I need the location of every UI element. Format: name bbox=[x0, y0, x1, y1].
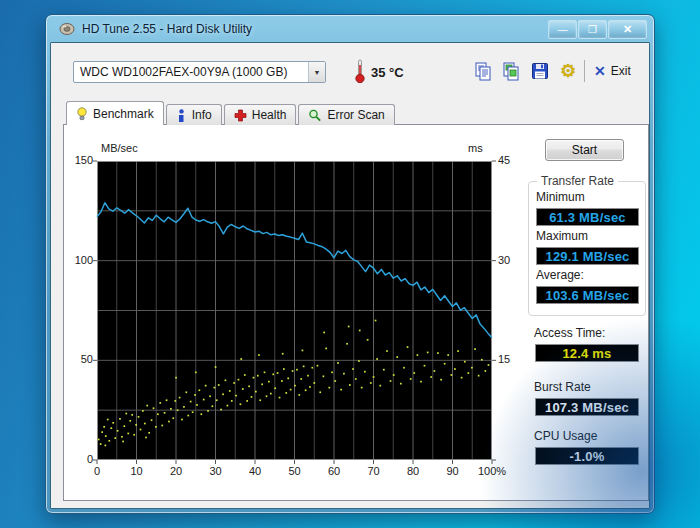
x-tick-label: 40 bbox=[249, 465, 261, 477]
average-label: Average: bbox=[536, 268, 584, 282]
benchmark-plot-svg bbox=[97, 161, 492, 460]
x-tick-label: 80 bbox=[407, 465, 419, 477]
copy-image-button[interactable] bbox=[499, 59, 523, 83]
minimum-label: Minimum bbox=[536, 190, 585, 204]
x-tick-label: 20 bbox=[170, 465, 182, 477]
x-tick-label: 60 bbox=[328, 465, 340, 477]
tab-health[interactable]: Health bbox=[224, 104, 297, 125]
window-controls: — ❐ ✕ bbox=[548, 19, 647, 39]
info-icon bbox=[176, 109, 187, 122]
drive-select-value: WDC WD1002FAEX-00Y9A (1000 GB) bbox=[74, 65, 308, 79]
burst-rate-label: Burst Rate bbox=[534, 380, 591, 394]
health-cross-icon bbox=[234, 109, 247, 122]
access-time-value: 12.4 ms bbox=[535, 344, 639, 362]
cpu-usage-value: -1.0% bbox=[535, 447, 639, 465]
exit-x-icon: ✕ bbox=[594, 63, 606, 79]
y-left-tick-label: 150 bbox=[65, 154, 93, 166]
tab-error-scan-label: Error Scan bbox=[327, 108, 384, 122]
y-right-tick-label: 45 bbox=[498, 154, 510, 166]
copy-image-icon bbox=[501, 61, 521, 81]
close-button[interactable]: ✕ bbox=[608, 20, 647, 39]
right-axis-unit-label: ms bbox=[468, 142, 483, 154]
exit-label: Exit bbox=[611, 64, 631, 78]
maximum-label: Maximum bbox=[536, 229, 588, 243]
toolbar-separator bbox=[584, 60, 585, 82]
thermometer-icon bbox=[354, 58, 366, 84]
x-tick-label: 10 bbox=[130, 465, 142, 477]
tab-benchmark-label: Benchmark bbox=[93, 107, 154, 121]
chevron-down-icon[interactable]: ▼ bbox=[308, 62, 325, 82]
temperature-value: 35 °C bbox=[371, 65, 404, 80]
benchmark-plot bbox=[97, 161, 492, 460]
magnifier-icon bbox=[308, 109, 322, 122]
start-button[interactable]: Start bbox=[545, 139, 624, 161]
save-icon bbox=[530, 61, 550, 81]
minimum-value: 61.3 MB/sec bbox=[536, 208, 639, 226]
access-time-label: Access Time: bbox=[534, 326, 605, 340]
left-axis-unit-label: MB/sec bbox=[101, 142, 138, 154]
burst-rate-value: 107.3 MB/sec bbox=[535, 398, 639, 416]
options-button[interactable]: ⚙ bbox=[556, 59, 580, 83]
transfer-rate-title: Transfer Rate bbox=[537, 174, 618, 188]
window-title: HD Tune 2.55 - Hard Disk Utility bbox=[82, 22, 252, 36]
tab-benchmark[interactable]: Benchmark bbox=[66, 101, 164, 125]
y-left-tick-label: 100 bbox=[65, 254, 93, 266]
copy-text-icon bbox=[473, 61, 493, 81]
benchmark-panel: MB/sec ms 150100500 453015 0102030405060… bbox=[63, 124, 649, 501]
y-right-tick-label: 30 bbox=[498, 254, 510, 266]
x-tick-label: 70 bbox=[367, 465, 379, 477]
bulb-icon bbox=[76, 107, 88, 121]
app-window: HD Tune 2.55 - Hard Disk Utility — ❐ ✕ W… bbox=[45, 14, 655, 514]
title-bar[interactable]: HD Tune 2.55 - Hard Disk Utility — ❐ ✕ bbox=[46, 15, 654, 43]
tab-health-label: Health bbox=[252, 108, 287, 122]
tab-strip: Benchmark Info Health bbox=[66, 101, 397, 125]
maximize-button[interactable]: ❐ bbox=[578, 20, 607, 39]
desktop-background: HD Tune 2.55 - Hard Disk Utility — ❐ ✕ W… bbox=[0, 0, 700, 528]
x-tick-label: 90 bbox=[446, 465, 458, 477]
transfer-rate-groupbox: Transfer Rate Minimum 61.3 MB/sec Maximu… bbox=[528, 181, 646, 316]
y-left-tick-label: 50 bbox=[65, 353, 93, 365]
tab-info-label: Info bbox=[192, 108, 212, 122]
app-icon bbox=[59, 21, 75, 37]
copy-text-button[interactable] bbox=[471, 59, 495, 83]
maximum-value: 129.1 MB/sec bbox=[536, 247, 639, 265]
y-right-tick-label: 15 bbox=[498, 353, 510, 365]
x-tick-label: 0 bbox=[94, 465, 100, 477]
cpu-usage-label: CPU Usage bbox=[534, 429, 597, 443]
minimize-button[interactable]: — bbox=[548, 20, 577, 39]
average-value: 103.6 MB/sec bbox=[536, 286, 639, 304]
tab-error-scan[interactable]: Error Scan bbox=[298, 104, 394, 125]
x-tick-label: 100% bbox=[478, 465, 506, 477]
exit-button[interactable]: ✕ Exit bbox=[594, 59, 631, 83]
y-left-tick-label: 0 bbox=[65, 453, 93, 465]
save-button[interactable] bbox=[528, 59, 552, 83]
gear-icon: ⚙ bbox=[560, 62, 576, 80]
drive-select[interactable]: WDC WD1002FAEX-00Y9A (1000 GB) ▼ bbox=[73, 61, 326, 83]
client-area: WDC WD1002FAEX-00Y9A (1000 GB) ▼ 35 °C bbox=[50, 42, 650, 509]
x-tick-label: 50 bbox=[288, 465, 300, 477]
x-tick-label: 30 bbox=[209, 465, 221, 477]
tab-info[interactable]: Info bbox=[166, 104, 222, 125]
